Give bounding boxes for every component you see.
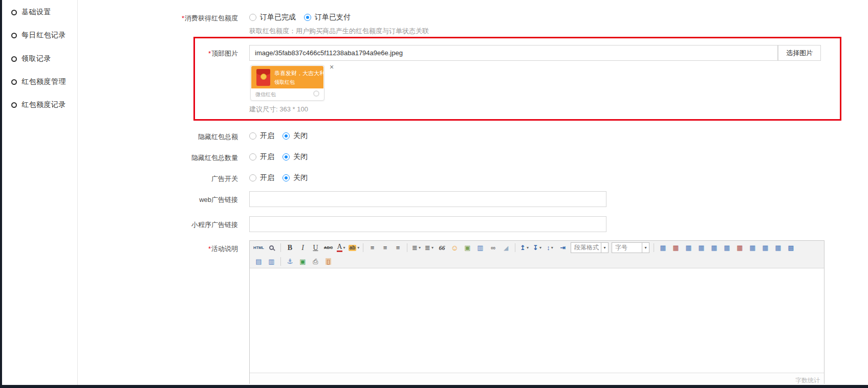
remove-image-icon[interactable]: ×	[330, 63, 334, 71]
paragraph-format-select[interactable]: 段落格式▾	[571, 242, 609, 253]
dropdown-arrow-icon: ▾	[357, 245, 359, 250]
ordered-list-icon[interactable]: ≣▾	[410, 242, 422, 254]
radio-hide-count-off[interactable]: 关闭	[283, 152, 308, 162]
radio-hide-total-on[interactable]: 开启	[249, 131, 274, 141]
line-height-icon[interactable]: ↕▾	[544, 242, 556, 254]
anchor-icon[interactable]: ⚓	[284, 256, 296, 267]
eraser-icon[interactable]: ◢	[500, 242, 512, 254]
sidebar-item-quota-management[interactable]: 红包额度管理	[2, 76, 78, 88]
icon-glyph: ▦	[711, 244, 717, 251]
font-size-select[interactable]: 字号▾	[612, 242, 649, 253]
icon-glyph: ↥	[520, 244, 526, 251]
sidebar-item-basic-settings[interactable]: 基础设置	[2, 6, 78, 18]
icon-glyph: ▦	[685, 244, 691, 251]
radio-hide-total-off[interactable]: 关闭	[283, 131, 308, 141]
radio-ad-on[interactable]: 开启	[249, 173, 274, 182]
icon-glyph: ↕	[547, 244, 550, 251]
strikethrough-icon[interactable]: ABC	[322, 242, 334, 254]
activity-desc-label: *活动说明	[143, 244, 238, 254]
font-color-icon[interactable]: A▾	[335, 242, 347, 254]
icon-glyph: ▥	[268, 258, 274, 265]
toolbar-separator	[515, 243, 515, 252]
icon-glyph: ▤	[255, 258, 262, 265]
preview-icon[interactable]	[266, 242, 277, 254]
icon-glyph: ↧	[533, 244, 538, 251]
split-rows-icon[interactable]: ▤	[253, 256, 265, 267]
sidebar-item-label: 领取记录	[21, 54, 51, 63]
hide-total-radio-group: 开启 关闭	[249, 130, 316, 142]
paste-icon[interactable]: ▯	[322, 256, 334, 267]
bold-icon[interactable]: B	[284, 242, 296, 254]
choose-image-button[interactable]: 选择图片	[778, 45, 821, 61]
italic-icon[interactable]: I	[297, 242, 309, 254]
icon-glyph: ▦	[736, 244, 743, 251]
radio-ad-off[interactable]: 关闭	[283, 173, 308, 182]
settings-form: *消费获得红包额度 订单已完成 订单已支付 获取红包额度：用户购买商品产生的红包…	[78, 0, 868, 385]
icon-glyph: ≣	[412, 244, 418, 251]
editor-toolbar-row2: ▤▥⚓▣⎙▯	[250, 255, 824, 268]
icon-glyph: ▦	[660, 244, 666, 251]
radio-order-completed[interactable]: 订单已完成	[249, 13, 296, 22]
dropdown-arrow-icon: ▾	[419, 245, 421, 250]
hide-total-label: 隐藏红包总额	[143, 132, 238, 142]
delete-row-icon[interactable]: ▦	[734, 242, 746, 254]
split-cols-icon[interactable]: ▥	[266, 256, 277, 267]
circle-icon	[11, 33, 17, 38]
paragraph-space-top-icon[interactable]: ↥▾	[518, 242, 530, 254]
sidebar-item-label: 基础设置	[21, 8, 51, 17]
align-right-icon[interactable]: ≡	[392, 242, 404, 254]
word-count-button[interactable]: 字数统计	[795, 377, 820, 384]
link-icon[interactable]: ∞	[487, 242, 499, 254]
left-edge-bar	[0, 0, 2, 388]
radio-order-paid[interactable]: 订单已支付	[304, 13, 351, 22]
emoji-icon[interactable]: ☺	[449, 242, 461, 254]
merge-right-icon[interactable]: ▦	[760, 242, 771, 254]
table-props-icon[interactable]: ▦	[683, 242, 695, 254]
icon-glyph: ⇥	[560, 244, 566, 251]
dropdown-arrow-icon[interactable]: ▾	[601, 242, 608, 253]
map-icon[interactable]: ▣	[297, 256, 309, 267]
video-icon[interactable]: ▥	[474, 242, 486, 254]
banner-subtitle: 领取红包	[274, 79, 295, 86]
top-image-preview: 恭喜发财，大吉大利！ 领取红包 微信红包	[250, 65, 324, 101]
align-left-icon[interactable]: ≡	[366, 242, 378, 254]
sidebar-item-label: 每日红包记录	[21, 31, 66, 40]
mini-ad-link-input[interactable]	[249, 216, 606, 232]
insert-row-below-icon[interactable]: ▦	[708, 242, 720, 254]
image-icon[interactable]: ▣	[462, 242, 473, 254]
delete-table-icon[interactable]: ▦	[670, 242, 682, 254]
sidebar-item-claim-records[interactable]: 领取记录	[2, 53, 78, 65]
dropdown-arrow-icon[interactable]: ▾	[642, 242, 649, 253]
toolbar-separator	[407, 243, 407, 252]
editor-statusbar: 字数统计	[250, 373, 824, 384]
highlight-color-icon[interactable]: ab▾	[348, 242, 360, 254]
sidebar-item-daily-redpacket-records[interactable]: 每日红包记录	[2, 29, 78, 41]
sidebar-item-label: 红包额度管理	[21, 77, 66, 86]
web-ad-link-input[interactable]	[249, 191, 606, 207]
editor-content-area[interactable]	[250, 268, 824, 373]
order-quota-help: 获取红包额度：用户购买商品产生的红包额度与订单状态关联	[249, 27, 429, 36]
underline-icon[interactable]: U	[310, 242, 321, 254]
insert-row-above-icon[interactable]: ▦	[696, 242, 707, 254]
blockquote-icon[interactable]: 66	[436, 242, 448, 254]
split-cell-icon[interactable]: ▩	[785, 242, 797, 254]
cell-props-icon[interactable]: ▦	[747, 242, 758, 254]
hide-count-radio-group: 开启 关闭	[249, 151, 316, 163]
icon-glyph: ▦	[775, 244, 781, 251]
icon-glyph: ▦	[672, 244, 679, 251]
insert-table-icon[interactable]: ▦	[657, 242, 669, 254]
activity-editor: HTMLBIUABCA▾ab▾≡≡≡≣▾≣▾66☺▣▥∞◢↥▾↧▾↕▾⇥段落格式…	[249, 240, 824, 384]
html-source-icon[interactable]: HTML	[253, 242, 265, 254]
redpacket-banner: 恭喜发财，大吉大利！ 领取红包	[251, 66, 323, 89]
unordered-list-icon[interactable]: ≣▾	[423, 242, 435, 254]
icon-glyph: U	[313, 244, 318, 252]
paragraph-space-bottom-icon[interactable]: ↧▾	[531, 242, 543, 254]
print-icon[interactable]: ⎙	[310, 256, 321, 267]
merge-down-icon[interactable]: ▦	[772, 242, 784, 254]
insert-col-icon[interactable]: ▦	[721, 242, 733, 254]
align-center-icon[interactable]: ≡	[379, 242, 391, 254]
top-image-path-input[interactable]	[249, 45, 778, 61]
indent-icon[interactable]: ⇥	[557, 242, 569, 254]
sidebar-item-quota-records[interactable]: 红包额度记录	[2, 99, 78, 111]
radio-hide-count-on[interactable]: 开启	[249, 152, 274, 162]
